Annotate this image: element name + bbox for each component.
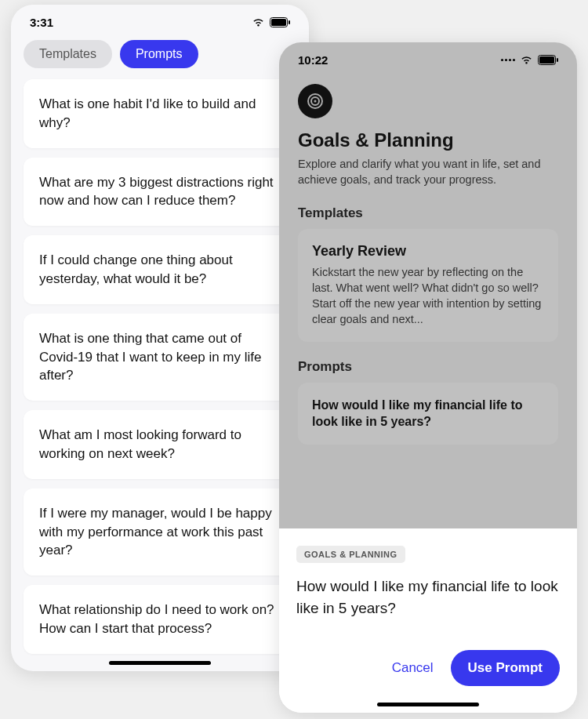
wifi-icon: [520, 55, 533, 65]
battery-icon: [538, 55, 558, 65]
prompt-sheet: GOALS & PLANNING How would I like my fin…: [279, 528, 577, 713]
svg-point-8: [314, 100, 317, 103]
prompt-card[interactable]: What relationship do I need to work on? …: [24, 585, 296, 654]
sheet-question: How would I like my financial life to lo…: [296, 576, 560, 619]
dimmed-background: 10:22 Goals & Planning Explore and clari…: [279, 42, 577, 528]
svg-rect-4: [539, 56, 554, 64]
template-card[interactable]: Yearly Review Kickstart the new year by …: [298, 229, 558, 342]
wifi-icon: [252, 17, 265, 27]
prompt-list: What is one habit I'd like to build and …: [11, 79, 309, 654]
svg-rect-2: [289, 20, 290, 24]
cell-icon: [501, 59, 515, 61]
tab-prompts[interactable]: Prompts: [120, 40, 198, 68]
use-prompt-button[interactable]: Use Prompt: [451, 650, 560, 686]
prompt-card[interactable]: What is one habit I'd like to build and …: [24, 79, 296, 148]
status-time: 10:22: [298, 53, 328, 67]
svg-rect-1: [271, 19, 286, 26]
category-screen: Goals & Planning Explore and clarify wha…: [279, 84, 577, 445]
prompt-card[interactable]: If I could change one thing about yester…: [24, 235, 296, 304]
prompt-card[interactable]: What is one thing that came out of Covid…: [24, 314, 296, 401]
battery-icon: [270, 17, 290, 27]
category-chip: GOALS & PLANNING: [296, 546, 405, 563]
prompt-card[interactable]: What are my 3 biggest distractions right…: [24, 158, 296, 227]
category-title: Goals & Planning: [298, 129, 558, 151]
tab-bar: Templates Prompts: [11, 35, 309, 79]
phone-left: 3:31 Templates Prompts What is one habit…: [11, 5, 309, 671]
tab-templates[interactable]: Templates: [24, 40, 112, 68]
phone-right: 10:22 Goals & Planning Explore and clari…: [279, 42, 577, 713]
status-icons: [252, 17, 290, 27]
target-icon: [298, 84, 332, 118]
svg-rect-5: [557, 58, 558, 62]
status-time: 3:31: [30, 16, 53, 29]
home-indicator: [377, 703, 479, 706]
home-indicator: [109, 661, 211, 665]
sheet-actions: Cancel Use Prompt: [392, 650, 560, 686]
status-bar: 3:31: [11, 5, 309, 35]
cancel-button[interactable]: Cancel: [392, 660, 434, 676]
prompt-preview-card[interactable]: How would I like my financial life to lo…: [298, 383, 558, 445]
templates-section-label: Templates: [298, 205, 558, 221]
template-title: Yearly Review: [312, 243, 544, 260]
prompt-card[interactable]: What am I most looking forward to workin…: [24, 410, 296, 479]
status-icons: [501, 55, 558, 65]
prompt-card[interactable]: If I were my manager, would I be happy w…: [24, 488, 296, 576]
category-description: Explore and clarify what you want in lif…: [298, 156, 558, 188]
template-description: Kickstart the new year by reflecting on …: [312, 264, 544, 328]
prompts-section-label: Prompts: [298, 359, 558, 375]
status-bar: 10:22: [279, 42, 577, 73]
